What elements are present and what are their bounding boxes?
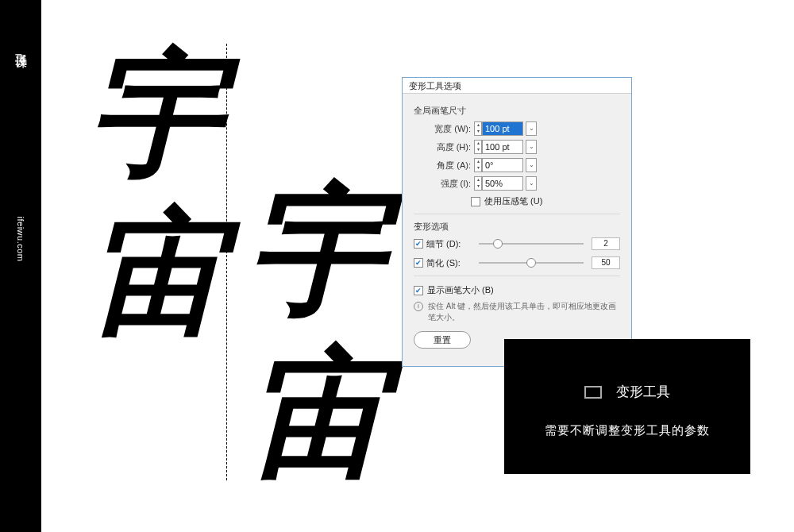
pen-pressure-label: 使用压感笔 (U): [484, 195, 542, 207]
caption-box: 变形工具 需要不断调整变形工具的参数: [504, 339, 750, 474]
intensity-row: 强度 (I): ▴▾ 50% ⌄: [414, 176, 620, 191]
simplify-label: 简化 (S):: [426, 257, 471, 269]
detail-slider-thumb[interactable]: [493, 239, 503, 249]
show-brush-checkbox[interactable]: ✔: [414, 286, 423, 295]
detail-checkbox[interactable]: ✔: [414, 239, 423, 249]
width-stepper[interactable]: ▴▾: [474, 121, 482, 136]
vertical-divider: [226, 44, 227, 480]
glyph-yu: 宇: [87, 48, 222, 183]
simplify-checkbox[interactable]: ✔: [414, 258, 423, 268]
divider-2: [414, 276, 620, 276]
height-input[interactable]: 100 pt: [482, 140, 523, 154]
simplify-value[interactable]: 50: [592, 256, 620, 269]
caption-desc: 需要不断调整变形工具的参数: [523, 423, 731, 438]
angle-row: 角度 (A): ▴▾ 0° ⌄: [414, 158, 620, 172]
pen-pressure-row: 使用压感笔 (U): [471, 195, 620, 207]
detail-row: ✔ 细节 (D): 2: [414, 237, 620, 250]
width-row: 宽度 (W): ▴▾ 100 pt ⌄: [414, 121, 620, 136]
intensity-stepper[interactable]: ▴▾: [474, 176, 482, 191]
hint-row: i 按住 Alt 键，然后使用该工具单击，即可相应地更改画笔大小。: [414, 301, 620, 323]
hint-text: 按住 Alt 键，然后使用该工具单击，即可相应地更改画笔大小。: [428, 301, 620, 323]
show-brush-label: 显示画笔大小 (B): [427, 284, 494, 296]
divider: [414, 214, 620, 214]
simplify-slider-thumb[interactable]: [526, 258, 536, 268]
angle-label: 角度 (A):: [425, 160, 471, 172]
height-dropdown[interactable]: ⌄: [526, 140, 537, 154]
angle-input[interactable]: 0°: [482, 158, 523, 172]
sidebar: 飞屋设计 ifeiwu.com: [0, 0, 41, 532]
intensity-input[interactable]: 50%: [482, 176, 523, 191]
intensity-dropdown[interactable]: ⌄: [526, 176, 537, 191]
info-icon: i: [414, 302, 423, 311]
angle-dropdown[interactable]: ⌄: [526, 158, 537, 172]
brand-url: ifeiwu.com: [16, 217, 25, 262]
height-row: 高度 (H): ▴▾ 100 pt ⌄: [414, 140, 620, 154]
height-stepper[interactable]: ▴▾: [474, 140, 482, 154]
dialog-title: 变形工具选项: [403, 78, 631, 94]
width-input[interactable]: 100 pt: [482, 121, 523, 136]
detail-value[interactable]: 2: [592, 237, 620, 250]
intensity-label: 强度 (I):: [425, 178, 471, 190]
width-dropdown[interactable]: ⌄: [526, 121, 537, 136]
detail-slider[interactable]: [479, 243, 584, 245]
glyph-zhou-warped: 宙: [246, 345, 385, 484]
calligraphy-warped: 宇 宙: [246, 183, 385, 484]
simplify-row: ✔ 简化 (S): 50: [414, 256, 620, 269]
brand-title: 飞屋设计: [13, 44, 29, 48]
calligraphy-original: 宇 宙: [87, 48, 222, 341]
reset-button[interactable]: 重置: [414, 331, 471, 349]
height-label: 高度 (H):: [425, 141, 471, 153]
glyph-yu-warped: 宇: [246, 183, 385, 322]
simplify-slider[interactable]: [479, 262, 584, 264]
angle-stepper[interactable]: ▴▾: [474, 158, 482, 172]
detail-label: 细节 (D):: [426, 238, 471, 250]
section-warp-options: 变形选项: [414, 221, 620, 233]
glyph-zhou: 宙: [87, 206, 222, 341]
section-brush-size: 全局画笔尺寸: [414, 105, 620, 117]
show-brush-row: ✔ 显示画笔大小 (B): [414, 284, 620, 296]
width-label: 宽度 (W):: [425, 123, 471, 135]
warp-tool-icon: [584, 386, 602, 399]
warp-tool-options-dialog: 变形工具选项 全局画笔尺寸 宽度 (W): ▴▾ 100 pt ⌄ 高度 (H)…: [402, 77, 632, 367]
caption-title: 变形工具: [616, 383, 670, 401]
pen-pressure-checkbox[interactable]: [471, 197, 480, 206]
